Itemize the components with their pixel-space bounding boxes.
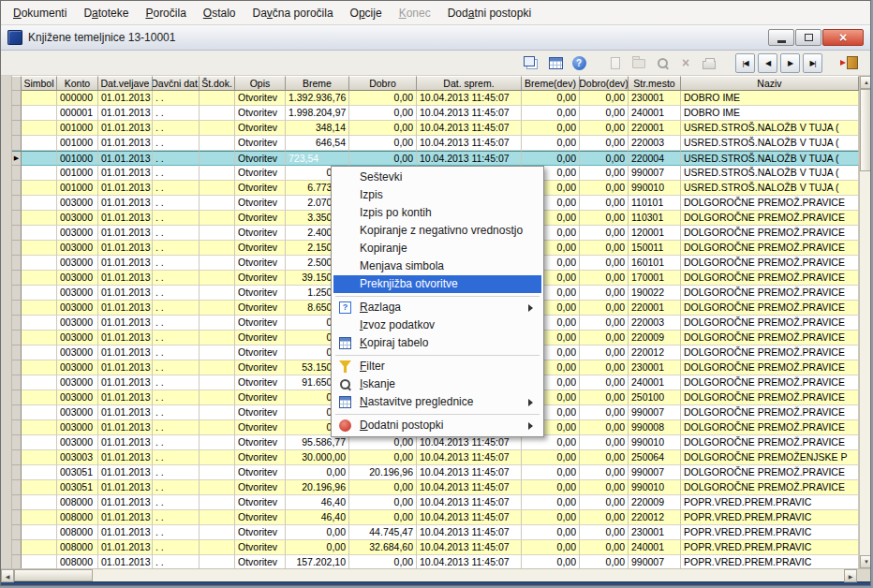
cell-naziv[interactable]: DOLGOROČNE PREMOŽ.PRAVICE: [681, 271, 859, 286]
cell-dobro[interactable]: 0,00: [349, 151, 417, 166]
cell-st-dok[interactable]: [200, 121, 235, 136]
table-row[interactable]: 00300001.01.2013. .Otvoritev95.586,770,0…: [12, 435, 859, 450]
cell-opis[interactable]: Otvoritev: [235, 151, 286, 166]
cell-konto[interactable]: 000000: [57, 91, 98, 106]
cell-dat-sprem[interactable]: 10.04.2013 11:45:07: [417, 91, 522, 106]
cell-opis[interactable]: Otvoritev: [235, 286, 286, 301]
cell-breme-dev[interactable]: 0,00: [522, 136, 580, 151]
row-selector[interactable]: [12, 465, 22, 480]
cell-breme-dev[interactable]: 0,00: [522, 555, 580, 568]
cell-dat-sprem[interactable]: 10.04.2013 11:45:07: [417, 555, 522, 568]
cell-str-mesto[interactable]: 160101: [629, 256, 681, 271]
cell-konto[interactable]: 003000: [57, 301, 98, 316]
cell-str-mesto[interactable]: 990010: [629, 435, 681, 450]
column-header-dat-veljave[interactable]: Dat.veljave: [98, 76, 153, 91]
cell-dobro[interactable]: 44.745,47: [349, 525, 417, 540]
cell-davcni-dat[interactable]: . .: [153, 540, 200, 555]
cell-naziv[interactable]: USRED.STROŠ.NALOŽB V TUJA (: [681, 121, 859, 136]
column-header-st-dok[interactable]: Št.dok.: [200, 76, 235, 91]
cell-breme-dev[interactable]: 0,00: [522, 450, 580, 465]
row-selector[interactable]: [12, 121, 22, 136]
cell-st-dok[interactable]: [200, 316, 235, 331]
menubar-item-dokumenti[interactable]: Dokumenti: [5, 2, 75, 24]
context-menu-item-kopiranje-z-negativno-vrednostjo[interactable]: Kopiranje z negativno vrednostjo: [333, 222, 541, 240]
cell-opis[interactable]: Otvoritev: [235, 465, 286, 480]
nav-prev-button[interactable]: ◀: [758, 53, 777, 73]
cell-dobro-dev[interactable]: 0,00: [580, 375, 629, 390]
cell-str-mesto[interactable]: 240001: [629, 375, 681, 390]
cell-davcni-dat[interactable]: . .: [153, 286, 200, 301]
cell-davcni-dat[interactable]: . .: [153, 375, 200, 390]
cell-davcni-dat[interactable]: . .: [153, 480, 200, 495]
cell-opis[interactable]: Otvoritev: [235, 316, 286, 331]
cell-naziv[interactable]: DOLGOROČNE PREMOŽ.PRAVICE: [681, 480, 859, 495]
cell-dobro[interactable]: 0,00: [349, 510, 417, 525]
cell-str-mesto[interactable]: 250064: [629, 450, 681, 465]
cell-dobro-dev[interactable]: 0,00: [580, 555, 629, 568]
cell-simbol[interactable]: [22, 331, 57, 345]
row-selector[interactable]: [12, 510, 22, 525]
cell-breme-dev[interactable]: 0,00: [522, 525, 580, 540]
cell-st-dok[interactable]: [200, 331, 235, 345]
cell-simbol[interactable]: [22, 286, 57, 301]
cell-simbol[interactable]: [22, 106, 57, 121]
table-row[interactable]: 00100001.01.2013. .Otvoritev646,540,0010…: [12, 136, 859, 151]
table-row[interactable]: 00305101.01.2013. .Otvoritev20.196,960,0…: [12, 480, 859, 495]
cell-davcni-dat[interactable]: . .: [153, 360, 200, 375]
close-button[interactable]: ×: [822, 29, 864, 46]
cell-dat-veljave[interactable]: 01.01.2013: [98, 540, 153, 555]
cell-simbol[interactable]: [22, 375, 57, 390]
cell-konto[interactable]: 003051: [57, 480, 98, 495]
cell-breme[interactable]: 30.000,00: [286, 450, 349, 465]
cell-breme[interactable]: 1.392.936,76: [286, 91, 349, 106]
cell-naziv[interactable]: DOLGOROČNE PREMOŽ.PRAVICE: [681, 375, 859, 390]
row-selector[interactable]: [12, 211, 22, 226]
cell-dobro-dev[interactable]: 0,00: [580, 301, 629, 316]
row-selector[interactable]: [12, 286, 22, 301]
row-selector[interactable]: [12, 555, 22, 568]
cell-naziv[interactable]: DOLGOROČNE PREMOŽENJSKE P: [681, 450, 859, 465]
cell-str-mesto[interactable]: 990008: [629, 420, 681, 435]
cell-naziv[interactable]: POPR.VRED.PREM.PRAVIC: [681, 525, 859, 540]
cell-konto[interactable]: 003000: [57, 390, 98, 405]
cell-dobro-dev[interactable]: 0,00: [580, 540, 629, 555]
cell-davcni-dat[interactable]: . .: [153, 211, 200, 226]
cell-simbol[interactable]: [22, 555, 57, 568]
cell-st-dok[interactable]: [200, 525, 235, 540]
cell-opis[interactable]: Otvoritev: [235, 136, 286, 151]
cell-simbol[interactable]: [22, 405, 57, 420]
cell-naziv[interactable]: USRED.STROŠ.NALOŽB V TUJA (: [681, 151, 859, 166]
cell-dat-sprem[interactable]: 10.04.2013 11:45:07: [417, 151, 522, 166]
cell-naziv[interactable]: DOLGOROČNE PREMOŽ.PRAVICE: [681, 316, 859, 331]
context-menu-item-menjava-simbola[interactable]: Menjava simbola: [333, 257, 541, 275]
cell-simbol[interactable]: [22, 420, 57, 435]
cell-simbol[interactable]: [22, 360, 57, 375]
cell-simbol[interactable]: [22, 480, 57, 495]
row-selector[interactable]: [12, 525, 22, 540]
row-selector[interactable]: [12, 360, 22, 375]
maximize-button[interactable]: [795, 29, 821, 46]
cell-davcni-dat[interactable]: . .: [153, 106, 200, 121]
cell-opis[interactable]: Otvoritev: [235, 211, 286, 226]
cell-st-dok[interactable]: [200, 540, 235, 555]
cell-dat-veljave[interactable]: 01.01.2013: [98, 495, 153, 510]
cell-davcni-dat[interactable]: . .: [153, 301, 200, 316]
cell-breme[interactable]: 46,40: [286, 510, 349, 525]
cell-dat-sprem[interactable]: 10.04.2013 11:45:07: [417, 525, 522, 540]
cell-naziv[interactable]: DOLGOROČNE PREMOŽ.PRAVICE: [681, 256, 859, 271]
cell-dat-veljave[interactable]: 01.01.2013: [98, 450, 153, 465]
cell-dobro-dev[interactable]: 0,00: [580, 286, 629, 301]
row-selector[interactable]: [12, 301, 22, 316]
cell-simbol[interactable]: [22, 540, 57, 555]
cell-st-dok[interactable]: [200, 495, 235, 510]
cell-dat-veljave[interactable]: 01.01.2013: [98, 211, 153, 226]
cell-davcni-dat[interactable]: . .: [153, 450, 200, 465]
column-header-konto[interactable]: Konto: [57, 76, 98, 91]
cell-dat-veljave[interactable]: 01.01.2013: [98, 555, 153, 568]
table-row[interactable]: ▶00100001.01.2013. .Otvoritev723,540,001…: [12, 151, 859, 166]
cell-opis[interactable]: Otvoritev: [235, 435, 286, 450]
cell-naziv[interactable]: DOLGOROČNE PREMOŽ.PRAVICE: [681, 286, 859, 301]
cell-breme-dev[interactable]: 0,00: [522, 480, 580, 495]
cell-simbol[interactable]: [22, 271, 57, 286]
cell-konto[interactable]: 003000: [57, 405, 98, 420]
